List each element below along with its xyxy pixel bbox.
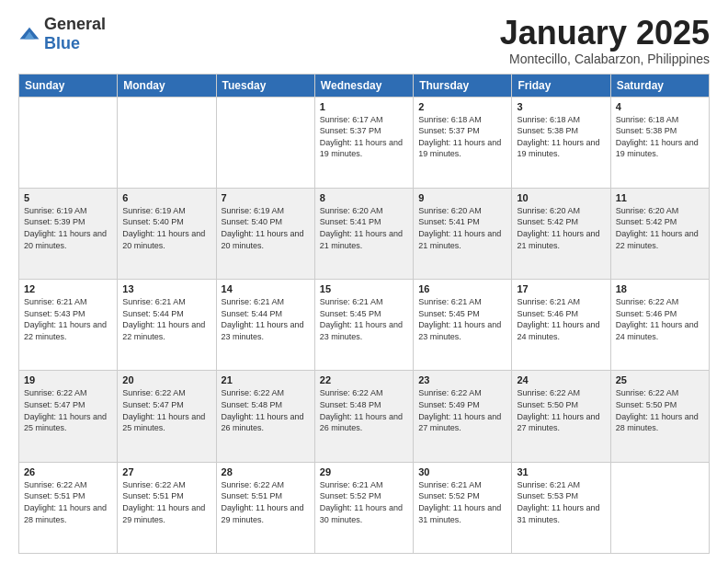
table-row: 8 Sunrise: 6:20 AMSunset: 5:41 PMDayligh… bbox=[314, 188, 413, 279]
month-title: January 2025 bbox=[500, 15, 710, 52]
day-number: 31 bbox=[517, 466, 605, 477]
day-info: Sunrise: 6:22 AMSunset: 5:51 PMDaylight:… bbox=[222, 479, 310, 525]
table-row: 23 Sunrise: 6:22 AMSunset: 5:49 PMDaylig… bbox=[414, 371, 512, 462]
day-info: Sunrise: 6:22 AMSunset: 5:47 PMDaylight:… bbox=[122, 387, 210, 433]
day-info: Sunrise: 6:19 AMSunset: 5:39 PMDaylight:… bbox=[24, 205, 112, 251]
day-number: 18 bbox=[616, 283, 704, 294]
day-info: Sunrise: 6:21 AMSunset: 5:44 PMDaylight:… bbox=[122, 296, 210, 342]
table-row: 25 Sunrise: 6:22 AMSunset: 5:50 PMDaylig… bbox=[610, 371, 709, 462]
table-row: 12 Sunrise: 6:21 AMSunset: 5:43 PMDaylig… bbox=[19, 280, 118, 371]
day-info: Sunrise: 6:21 AMSunset: 5:45 PMDaylight:… bbox=[320, 296, 408, 342]
calendar-week-row: 1 Sunrise: 6:17 AMSunset: 5:37 PMDayligh… bbox=[19, 97, 710, 188]
day-info: Sunrise: 6:22 AMSunset: 5:51 PMDaylight:… bbox=[122, 479, 210, 525]
table-row: 9 Sunrise: 6:20 AMSunset: 5:41 PMDayligh… bbox=[414, 188, 512, 279]
page: General Blue January 2025 Montecillo, Ca… bbox=[0, 0, 728, 563]
day-number: 14 bbox=[222, 283, 310, 294]
day-number: 11 bbox=[616, 192, 704, 203]
table-row: 17 Sunrise: 6:21 AMSunset: 5:46 PMDaylig… bbox=[512, 280, 610, 371]
day-info: Sunrise: 6:21 AMSunset: 5:45 PMDaylight:… bbox=[418, 296, 506, 342]
col-tuesday: Tuesday bbox=[216, 74, 314, 97]
calendar-week-row: 5 Sunrise: 6:19 AMSunset: 5:39 PMDayligh… bbox=[19, 188, 710, 279]
table-row bbox=[216, 97, 314, 188]
table-row: 30 Sunrise: 6:21 AMSunset: 5:52 PMDaylig… bbox=[414, 462, 512, 553]
day-number: 25 bbox=[616, 374, 704, 385]
day-number: 26 bbox=[24, 466, 112, 477]
col-sunday: Sunday bbox=[19, 74, 118, 97]
day-number: 12 bbox=[24, 283, 112, 294]
table-row: 14 Sunrise: 6:21 AMSunset: 5:44 PMDaylig… bbox=[216, 280, 314, 371]
day-number: 10 bbox=[517, 192, 605, 203]
table-row: 13 Sunrise: 6:21 AMSunset: 5:44 PMDaylig… bbox=[118, 280, 216, 371]
day-info: Sunrise: 6:22 AMSunset: 5:49 PMDaylight:… bbox=[418, 387, 506, 433]
logo-general: General bbox=[44, 15, 106, 33]
table-row bbox=[610, 462, 709, 553]
table-row: 16 Sunrise: 6:21 AMSunset: 5:45 PMDaylig… bbox=[414, 280, 512, 371]
table-row: 15 Sunrise: 6:21 AMSunset: 5:45 PMDaylig… bbox=[314, 280, 413, 371]
table-row: 4 Sunrise: 6:18 AMSunset: 5:38 PMDayligh… bbox=[610, 97, 709, 188]
col-wednesday: Wednesday bbox=[314, 74, 413, 97]
day-number: 22 bbox=[320, 374, 408, 385]
day-info: Sunrise: 6:20 AMSunset: 5:42 PMDaylight:… bbox=[517, 205, 605, 251]
day-info: Sunrise: 6:18 AMSunset: 5:38 PMDaylight:… bbox=[517, 114, 605, 160]
col-saturday: Saturday bbox=[610, 74, 709, 97]
table-row: 27 Sunrise: 6:22 AMSunset: 5:51 PMDaylig… bbox=[118, 462, 216, 553]
table-row: 26 Sunrise: 6:22 AMSunset: 5:51 PMDaylig… bbox=[19, 462, 118, 553]
table-row: 28 Sunrise: 6:22 AMSunset: 5:51 PMDaylig… bbox=[216, 462, 314, 553]
col-monday: Monday bbox=[118, 74, 216, 97]
day-info: Sunrise: 6:22 AMSunset: 5:48 PMDaylight:… bbox=[222, 387, 310, 433]
calendar-week-row: 12 Sunrise: 6:21 AMSunset: 5:43 PMDaylig… bbox=[19, 280, 710, 371]
day-info: Sunrise: 6:20 AMSunset: 5:42 PMDaylight:… bbox=[616, 205, 704, 251]
day-info: Sunrise: 6:17 AMSunset: 5:37 PMDaylight:… bbox=[320, 114, 408, 160]
day-info: Sunrise: 6:22 AMSunset: 5:47 PMDaylight:… bbox=[24, 387, 112, 433]
calendar-week-row: 26 Sunrise: 6:22 AMSunset: 5:51 PMDaylig… bbox=[19, 462, 710, 553]
day-info: Sunrise: 6:22 AMSunset: 5:48 PMDaylight:… bbox=[320, 387, 408, 433]
location-title: Montecillo, Calabarzon, Philippines bbox=[500, 52, 710, 66]
day-number: 15 bbox=[320, 283, 408, 294]
day-info: Sunrise: 6:21 AMSunset: 5:53 PMDaylight:… bbox=[517, 479, 605, 525]
day-info: Sunrise: 6:22 AMSunset: 5:46 PMDaylight:… bbox=[616, 296, 704, 342]
table-row: 10 Sunrise: 6:20 AMSunset: 5:42 PMDaylig… bbox=[512, 188, 610, 279]
table-row: 1 Sunrise: 6:17 AMSunset: 5:37 PMDayligh… bbox=[314, 97, 413, 188]
day-number: 7 bbox=[222, 192, 310, 203]
logo-icon bbox=[18, 23, 40, 45]
title-block: January 2025 Montecillo, Calabarzon, Phi… bbox=[500, 15, 710, 66]
calendar-table: Sunday Monday Tuesday Wednesday Thursday… bbox=[18, 74, 710, 554]
table-row: 18 Sunrise: 6:22 AMSunset: 5:46 PMDaylig… bbox=[610, 280, 709, 371]
day-number: 2 bbox=[418, 101, 506, 112]
col-friday: Friday bbox=[512, 74, 610, 97]
table-row: 5 Sunrise: 6:19 AMSunset: 5:39 PMDayligh… bbox=[19, 188, 118, 279]
day-info: Sunrise: 6:19 AMSunset: 5:40 PMDaylight:… bbox=[122, 205, 210, 251]
day-info: Sunrise: 6:21 AMSunset: 5:52 PMDaylight:… bbox=[418, 479, 506, 525]
day-info: Sunrise: 6:22 AMSunset: 5:51 PMDaylight:… bbox=[24, 479, 112, 525]
day-number: 23 bbox=[418, 374, 506, 385]
day-number: 29 bbox=[320, 466, 408, 477]
table-row: 2 Sunrise: 6:18 AMSunset: 5:37 PMDayligh… bbox=[414, 97, 512, 188]
day-info: Sunrise: 6:21 AMSunset: 5:46 PMDaylight:… bbox=[517, 296, 605, 342]
logo: General Blue bbox=[18, 15, 106, 53]
day-info: Sunrise: 6:21 AMSunset: 5:43 PMDaylight:… bbox=[24, 296, 112, 342]
day-number: 30 bbox=[418, 466, 506, 477]
day-number: 13 bbox=[122, 283, 210, 294]
table-row: 21 Sunrise: 6:22 AMSunset: 5:48 PMDaylig… bbox=[216, 371, 314, 462]
day-number: 21 bbox=[222, 374, 310, 385]
day-number: 4 bbox=[616, 101, 704, 112]
day-number: 16 bbox=[418, 283, 506, 294]
calendar-header-row: Sunday Monday Tuesday Wednesday Thursday… bbox=[19, 74, 710, 97]
table-row: 22 Sunrise: 6:22 AMSunset: 5:48 PMDaylig… bbox=[314, 371, 413, 462]
day-number: 20 bbox=[122, 374, 210, 385]
day-number: 3 bbox=[517, 101, 605, 112]
day-number: 9 bbox=[418, 192, 506, 203]
day-number: 17 bbox=[517, 283, 605, 294]
table-row: 6 Sunrise: 6:19 AMSunset: 5:40 PMDayligh… bbox=[118, 188, 216, 279]
day-info: Sunrise: 6:18 AMSunset: 5:38 PMDaylight:… bbox=[616, 114, 704, 160]
day-info: Sunrise: 6:21 AMSunset: 5:44 PMDaylight:… bbox=[222, 296, 310, 342]
day-info: Sunrise: 6:22 AMSunset: 5:50 PMDaylight:… bbox=[616, 387, 704, 433]
day-number: 27 bbox=[122, 466, 210, 477]
calendar-week-row: 19 Sunrise: 6:22 AMSunset: 5:47 PMDaylig… bbox=[19, 371, 710, 462]
table-row: 11 Sunrise: 6:20 AMSunset: 5:42 PMDaylig… bbox=[610, 188, 709, 279]
day-number: 6 bbox=[122, 192, 210, 203]
table-row: 31 Sunrise: 6:21 AMSunset: 5:53 PMDaylig… bbox=[512, 462, 610, 553]
table-row: 7 Sunrise: 6:19 AMSunset: 5:40 PMDayligh… bbox=[216, 188, 314, 279]
logo-blue: Blue bbox=[44, 34, 80, 52]
table-row bbox=[19, 97, 118, 188]
